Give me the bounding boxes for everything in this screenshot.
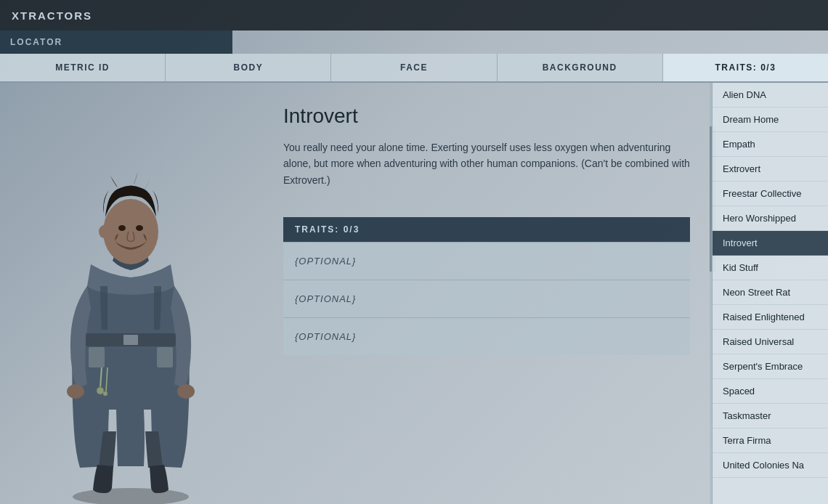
svg-point-5: [67, 384, 84, 399]
nav-tabs: METRIC ID BODY FACE BACKGROUND TRAITS: 0…: [0, 54, 828, 83]
sub-bar-title: LOCATOR: [10, 37, 62, 47]
trait-list-item-raised-enlightened[interactable]: Raised Enlightened: [713, 305, 828, 330]
character-svg: [22, 119, 240, 504]
svg-point-4: [99, 225, 109, 238]
tab-metric-id[interactable]: METRIC ID: [0, 54, 166, 81]
selected-trait-title: Introvert: [283, 105, 690, 128]
right-panel-trait-list: Alien DNADream HomeEmpathExtrovertFreest…: [712, 83, 828, 504]
trait-list-item-extrovert[interactable]: Extrovert: [713, 157, 828, 182]
trait-list-item-spaced[interactable]: Spaced: [713, 379, 828, 404]
trait-list-item-hero-worshipped[interactable]: Hero Worshipped: [713, 206, 828, 231]
svg-point-12: [97, 387, 104, 394]
svg-point-2: [118, 225, 126, 231]
svg-point-1: [103, 199, 158, 264]
svg-point-3: [136, 225, 143, 231]
trait-slot-1[interactable]: {OPTIONAL}: [283, 242, 690, 280]
tab-background[interactable]: BACKGROUND: [498, 54, 663, 81]
traits-header: TRAITS: 0/3: [283, 217, 690, 242]
sub-bar: LOCATOR: [0, 31, 232, 54]
trait-list-item-dream-home[interactable]: Dream Home: [713, 107, 828, 132]
content-area: Introvert You really need your alone tim…: [261, 83, 712, 504]
trait-list-item-taskmaster[interactable]: Taskmaster: [713, 404, 828, 428]
trait-slot-2[interactable]: {OPTIONAL}: [283, 280, 690, 317]
trait-list-item-empath[interactable]: Empath: [713, 132, 828, 157]
character-figure: [0, 83, 261, 504]
svg-rect-10: [157, 347, 173, 367]
svg-rect-9: [89, 347, 105, 367]
tab-face[interactable]: FACE: [331, 54, 497, 81]
top-bar-title: XTRACTORS: [12, 9, 92, 22]
svg-rect-8: [123, 335, 138, 345]
trait-list-item-neon-street-rat[interactable]: Neon Street Rat: [713, 280, 828, 305]
traits-section: TRAITS: 0/3 {OPTIONAL} {OPTIONAL} {OPTIO…: [283, 217, 690, 355]
selected-trait-description: You really need your alone time. Exertin…: [283, 139, 690, 188]
trait-list-item-terra-firma[interactable]: Terra Firma: [713, 428, 828, 453]
svg-point-6: [177, 384, 195, 399]
trait-slot-3[interactable]: {OPTIONAL}: [283, 317, 690, 355]
trait-list-item-serpents-embrace[interactable]: Serpent's Embrace: [713, 354, 828, 379]
svg-point-0: [73, 488, 189, 504]
character-area: [0, 83, 261, 504]
trait-list-item-raised-universal[interactable]: Raised Universal: [713, 330, 828, 354]
trait-list-item-freestar-collective[interactable]: Freestar Collective: [713, 182, 828, 206]
trait-list-item-introvert[interactable]: Introvert: [713, 231, 828, 256]
tab-body[interactable]: BODY: [166, 54, 331, 81]
trait-list-item-kid-stuff[interactable]: Kid Stuff: [713, 256, 828, 280]
trait-list-item-alien-dna[interactable]: Alien DNA: [713, 83, 828, 107]
svg-point-14: [103, 391, 107, 396]
trait-list-item-united-colonies[interactable]: United Colonies Na: [713, 453, 828, 478]
tab-traits[interactable]: TRAITS: 0/3: [663, 54, 828, 81]
top-bar: XTRACTORS: [0, 0, 828, 31]
